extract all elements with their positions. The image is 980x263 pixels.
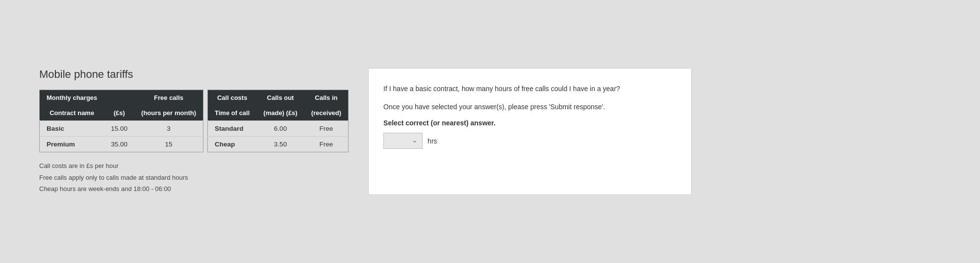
note-2: Free calls apply only to calls made at s… (39, 172, 349, 183)
received-header: (received) (304, 105, 349, 121)
left-panel: Mobile phone tariffs Monthly charges Fre… (39, 68, 349, 194)
right-panel: If I have a basic contract, how many hou… (368, 68, 692, 194)
price-header-empty (104, 90, 134, 106)
basic-hours: 3 (134, 121, 203, 137)
notes-section: Call costs are in £s per hour Free calls… (39, 160, 349, 194)
cheap-received: Free (304, 137, 349, 152)
standard-made: 6.00 (256, 121, 304, 137)
calls-in-header: Calls in (304, 90, 349, 106)
note-3: Cheap hours are week-ends and 18:00 - 06… (39, 183, 349, 194)
instruction-text: Once you have selected your answer(s), p… (383, 101, 677, 112)
hrs-label: hrs (427, 137, 437, 145)
table-row: Standard 6.00 Free (208, 121, 349, 137)
price-unit-header: (£s) (104, 105, 134, 121)
contract-name-basic: Basic (40, 121, 104, 137)
question-text: If I have a basic contract, how many hou… (383, 83, 677, 94)
select-wrapper[interactable]: 36 72 108 144 180 (383, 133, 423, 149)
answer-select[interactable]: 36 72 108 144 180 (383, 133, 423, 149)
calls-out-header: Calls out (256, 90, 304, 106)
note-1: Call costs are in £s per hour (39, 160, 349, 171)
free-calls-header: Free calls (134, 90, 203, 106)
tables-container: Monthly charges Free calls Contract name… (39, 90, 349, 152)
premium-price: 35.00 (104, 137, 134, 152)
time-of-call-header: Time of call (208, 105, 257, 121)
standard-type: Standard (208, 121, 257, 137)
cheap-type: Cheap (208, 137, 257, 152)
tariff-table-right: Call costs Calls out Calls in Time of ca… (207, 90, 349, 152)
page-wrapper: Mobile phone tariffs Monthly charges Fre… (0, 48, 980, 214)
answer-row: 36 72 108 144 180 hrs (383, 133, 677, 149)
select-label: Select correct (or nearest) answer. (383, 119, 677, 127)
basic-price: 15.00 (104, 121, 134, 137)
tariff-table-left: Monthly charges Free calls Contract name… (39, 90, 203, 152)
made-header: (made) (£s) (256, 105, 304, 121)
table-row: Basic 15.00 3 (40, 121, 203, 137)
call-costs-header: Call costs (208, 90, 257, 106)
contract-name-premium: Premium (40, 137, 104, 152)
contract-name-header: Contract name (40, 105, 104, 121)
monthly-charges-header: Monthly charges (40, 90, 104, 106)
standard-received: Free (304, 121, 349, 137)
table-row: Cheap 3.50 Free (208, 137, 349, 152)
cheap-made: 3.50 (256, 137, 304, 152)
hours-header: (hours per month) (134, 105, 203, 121)
table-row: Premium 35.00 15 (40, 137, 203, 152)
page-title: Mobile phone tariffs (39, 68, 349, 81)
premium-hours: 15 (134, 137, 203, 152)
